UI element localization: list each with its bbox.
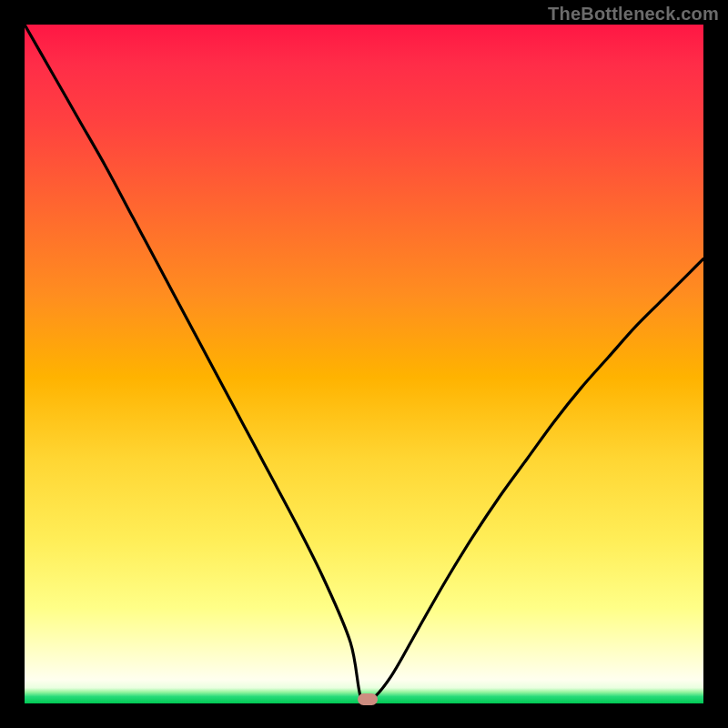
watermark-text: TheBottleneck.com (548, 4, 719, 25)
bottleneck-curve (25, 25, 703, 703)
plot-area (25, 25, 703, 703)
chart-frame: TheBottleneck.com (0, 0, 728, 728)
minimum-marker (358, 693, 378, 705)
